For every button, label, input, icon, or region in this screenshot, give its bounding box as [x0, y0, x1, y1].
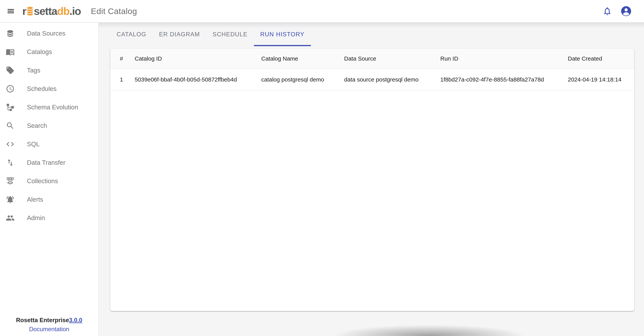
topbar-actions — [602, 5, 632, 17]
tag-icon — [6, 66, 14, 75]
logo-text: r — [22, 6, 26, 16]
logo-text: .io — [70, 6, 81, 16]
cell-catalog-id: 5039e06f-bbaf-4b0f-b05d-50872ffbeb4d — [135, 69, 261, 90]
tab-label: RUN HISTORY — [260, 31, 304, 38]
code-icon — [6, 140, 14, 149]
page-title: Edit Catalog — [91, 6, 137, 16]
column-header-index: # — [110, 49, 135, 69]
cell-data-source: data source postgresql demo — [344, 69, 440, 90]
sidebar-item-label: SQL — [27, 140, 40, 148]
tab-catalog[interactable]: CATALOG — [110, 23, 153, 46]
bottom-edge-shadow — [293, 320, 566, 336]
tab-er-diagram[interactable]: ER DIAGRAM — [153, 23, 206, 46]
cell-run-id: 1f8bd27a-c092-4f7e-8855-fa88fa27a78d — [440, 69, 568, 90]
sidebar-item-label: Collections — [27, 177, 58, 185]
tab-label: SCHEDULE — [212, 31, 248, 38]
sidebar-item-label: Data Transfer — [27, 159, 66, 166]
sidebar-item-catalogs[interactable]: Catalogs — [0, 43, 98, 61]
cell-index: 1 — [110, 69, 135, 90]
tab-bar: CATALOG ER DIAGRAM SCHEDULE RUN HISTORY — [110, 23, 644, 46]
people-icon — [6, 214, 14, 222]
main-layout: Data Sources Catalogs Tags Schedu — [0, 23, 644, 336]
column-header-catalog-name: Catalog Name — [261, 49, 344, 69]
sidebar-item-label: Search — [27, 122, 47, 129]
table-header-row: # Catalog ID Catalog Name Data Source Ru… — [110, 49, 634, 69]
sidebar-item-alerts[interactable]: Alerts — [0, 190, 98, 209]
transfer-icon — [6, 158, 14, 167]
logo-text: setta — [34, 6, 57, 16]
sidebar-item-label: Alerts — [27, 196, 43, 203]
sidebar-item-schedules[interactable]: Schedules — [0, 80, 98, 98]
cell-catalog-name: catalog postgresql demo — [261, 69, 344, 90]
sidebar-item-label: Schedules — [27, 85, 56, 92]
column-header-data-source: Data Source — [344, 49, 440, 69]
account-avatar-icon[interactable] — [620, 5, 632, 17]
sidebar-nav: Data Sources Catalogs Tags Schedu — [0, 23, 98, 227]
table-row[interactable]: 1 5039e06f-bbaf-4b0f-b05d-50872ffbeb4d c… — [110, 69, 634, 90]
sidebar-item-sql[interactable]: SQL — [0, 135, 98, 153]
sidebar-item-schema-evolution[interactable]: Schema Evolution — [0, 98, 98, 116]
product-name: Rosetta Enterprise — [16, 317, 69, 324]
column-header-catalog-id: Catalog ID — [135, 49, 261, 69]
version-link[interactable]: 3.0.0 — [69, 317, 82, 324]
cell-date-created: 2024-04-19 14:18:14 — [568, 69, 634, 90]
schema-icon — [6, 103, 14, 112]
sidebar-item-label: Tags — [27, 67, 40, 74]
sidebar-item-admin[interactable]: Admin — [0, 209, 98, 227]
clock-icon — [6, 84, 14, 93]
top-bar: r setta db .io Edit Catalog — [0, 0, 644, 23]
database-icon — [6, 29, 14, 38]
sidebar-item-data-transfer[interactable]: Data Transfer — [0, 153, 98, 172]
run-history-table: # Catalog ID Catalog Name Data Source Ru… — [110, 49, 634, 91]
book-icon — [6, 47, 14, 56]
sidebar-item-label: Admin — [27, 214, 45, 222]
tab-run-history[interactable]: RUN HISTORY — [254, 23, 311, 46]
db-coins-icon — [26, 6, 34, 16]
column-header-date-created: Date Created — [568, 49, 634, 69]
sidebar-item-label: Schema Evolution — [27, 104, 78, 111]
sidebar-item-data-sources[interactable]: Data Sources — [0, 24, 98, 43]
notifications-bell-icon[interactable] — [602, 6, 612, 16]
sidebar-item-label: Data Sources — [27, 30, 66, 37]
logo-db-text: db — [57, 6, 70, 16]
tab-schedule[interactable]: SCHEDULE — [206, 23, 254, 46]
sidebar: Data Sources Catalogs Tags Schedu — [0, 23, 99, 336]
tab-label: ER DIAGRAM — [159, 31, 200, 38]
documentation-link[interactable]: Documentation — [0, 325, 98, 334]
app-logo[interactable]: r setta db .io — [22, 6, 81, 16]
collections-icon — [6, 177, 14, 186]
sidebar-item-tags[interactable]: Tags — [0, 61, 98, 80]
menu-icon[interactable] — [6, 7, 15, 15]
alert-bell-icon — [6, 195, 14, 204]
sidebar-item-search[interactable]: Search — [0, 116, 98, 135]
sidebar-item-collections[interactable]: Collections — [0, 172, 98, 190]
sidebar-item-label: Catalogs — [27, 48, 52, 55]
search-icon — [6, 121, 14, 130]
tab-label: CATALOG — [116, 31, 146, 38]
column-header-run-id: Run ID — [440, 49, 568, 69]
sidebar-footer: Rosetta Enterprise3.0.0 Documentation — [0, 316, 98, 334]
run-history-card: # Catalog ID Catalog Name Data Source Ru… — [110, 49, 634, 311]
content-area: CATALOG ER DIAGRAM SCHEDULE RUN HISTORY — [99, 23, 644, 336]
